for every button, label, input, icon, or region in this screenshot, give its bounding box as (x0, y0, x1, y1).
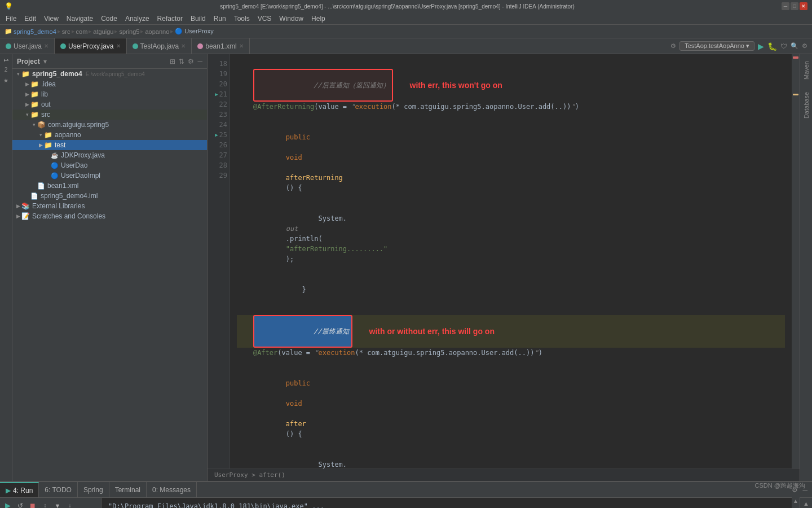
menu-code[interactable]: Code (98, 14, 121, 24)
menu-run[interactable]: Run (210, 14, 230, 24)
toolbar-settings-icon[interactable]: ⚙ (670, 42, 676, 50)
code-line-24 (237, 305, 785, 315)
sidebar-dropdown-icon[interactable]: ▾ (43, 58, 47, 65)
line-num-23: 23 (210, 110, 227, 120)
breadcrumb-aopanno[interactable]: aopanno (145, 28, 169, 35)
tree-item-out[interactable]: ▶ 📁 out (12, 99, 207, 110)
tab-bean1-xml[interactable]: bean1.xml ✕ (192, 38, 249, 54)
tree-item-external-libs[interactable]: ▶ 📚 External Libraries (12, 201, 207, 211)
tab-user-java[interactable]: User.java ✕ (0, 38, 55, 54)
tree-item-lib[interactable]: ▶ 📁 lib (12, 89, 207, 99)
menu-navigate[interactable]: Navigate (63, 14, 96, 24)
project-icon: 📁 (5, 28, 12, 35)
code-line-26: @After (value = " execution (* com.atgui… (237, 348, 785, 358)
code-breadcrumb: UserProxy > after() (208, 468, 800, 481)
tree-item-userdaoimpl[interactable]: 🔵 UserDaoImpl (12, 170, 207, 181)
tab-run[interactable]: ▶ 4: Run (0, 482, 39, 497)
tab-spring[interactable]: Spring (78, 482, 109, 497)
output-line-1: "D:\Program Files\Java\jdk1.8.0_181\bin\… (108, 501, 793, 508)
right-sidebar-database[interactable]: Database (803, 87, 810, 123)
breadcrumb-src[interactable]: src (62, 28, 70, 35)
settings-gear-icon[interactable]: ⚙ (802, 42, 807, 50)
line-num-25: ▶25 (210, 130, 227, 140)
breadcrumb-project[interactable]: spring5_demo4 (14, 28, 56, 35)
activity-favorites[interactable]: ★ (3, 77, 8, 84)
run-config-dropdown[interactable]: TestAop.testAopAnno ▾ (679, 41, 754, 51)
menu-edit[interactable]: Edit (21, 14, 39, 24)
code-line-27: public void after () { (237, 358, 785, 449)
menu-analyze[interactable]: Analyze (122, 14, 153, 24)
breadcrumb-atguigu[interactable]: atguigu (93, 28, 113, 35)
code-line-28: System. out .println( "after........." )… (237, 449, 785, 468)
tab-terminal[interactable]: Terminal (109, 482, 147, 497)
tab-todo[interactable]: 6: TODO (39, 482, 78, 497)
run-button[interactable]: ▶ (758, 42, 764, 51)
tree-item-aopanno[interactable]: ▾ 📁 aopanno (12, 130, 207, 140)
menu-window[interactable]: Window (276, 14, 307, 24)
tree-item-scratches[interactable]: ▶ 📝 Scratches and Consoles (12, 211, 207, 221)
run-play-button[interactable]: ▶ (2, 500, 14, 509)
tree-item-package[interactable]: ▾ 📦 com.atguigu.spring5 (12, 120, 207, 130)
code-content[interactable]: //后置通知（返回通知） with err, this won't go on … (230, 54, 792, 468)
tree-item-test[interactable]: ▶ 📁 test (12, 140, 207, 150)
tree-item-iml[interactable]: 📄 spring5_demo4.iml (12, 191, 207, 201)
tree-item-idea[interactable]: ▶ 📁 .idea (12, 79, 207, 89)
title-bar-text: spring5_demo4 [E:\work\spring5_demo4] - … (13, 3, 782, 10)
sidebar-title: Project (17, 58, 40, 65)
menu-help[interactable]: Help (308, 14, 329, 24)
tree-item-root[interactable]: ▾ 📁 spring5_demo4 E:\work\spring5_demo4 (12, 69, 207, 79)
menu-build[interactable]: Build (187, 14, 209, 24)
app-icon: 💡 (5, 2, 13, 10)
run-output[interactable]: "D:\Program Files\Java\jdk1.8.0_181\bin\… (102, 498, 800, 508)
scroll-up-button[interactable]: ▲ (792, 498, 800, 505)
tab-messages[interactable]: 0: Messages (147, 482, 197, 497)
menu-tools[interactable]: Tools (231, 14, 253, 24)
close-button[interactable]: ✕ (800, 2, 807, 10)
search-button[interactable]: 🔍 (791, 42, 798, 50)
tab-userproxy-java[interactable]: UserProxy.java ✕ (55, 38, 126, 54)
line-num-20: 20 (210, 79, 227, 89)
menu-file[interactable]: File (2, 14, 20, 24)
tree-item-userdao[interactable]: 🔵 UserDao (12, 160, 207, 170)
sidebar-sort-icon[interactable]: ⇅ (179, 58, 184, 65)
sidebar-gear-icon[interactable]: ⚙ (188, 58, 194, 65)
line-num-29: 29 (210, 170, 227, 181)
annotation-line19-note: with err, this won't go on (410, 80, 502, 90)
run-scroll-button[interactable]: ↓ (64, 500, 76, 509)
line-num-18: 18 (210, 59, 227, 69)
minimize-button[interactable]: ─ (782, 2, 789, 10)
breadcrumb-com[interactable]: com (76, 28, 88, 35)
run-stop-button[interactable]: ⏹ (27, 500, 38, 509)
sidebar-collapse-icon[interactable]: ⊞ (170, 58, 175, 65)
activity-project[interactable]: 1 (3, 59, 9, 62)
line-num-24: 24 (210, 120, 227, 130)
menu-vcs[interactable]: VCS (254, 14, 275, 24)
run-rerun-button[interactable]: ↺ (15, 500, 26, 509)
breadcrumb-spring5[interactable]: spring5 (119, 28, 139, 35)
run-sort-button[interactable]: ↕ (39, 500, 51, 509)
tree-item-jdkproxy[interactable]: ☕ JDKProxy.java (12, 150, 207, 160)
line-num-21: ▶21 (210, 89, 227, 99)
code-line-20: @AfterReturning (value = " execution (* … (237, 102, 785, 112)
output-up-icon[interactable]: ▲ (803, 500, 809, 507)
code-line-22: System. out .println( "afterReturning...… (237, 203, 785, 274)
breadcrumb-userproxy[interactable]: 🔵 UserProxy (175, 28, 213, 35)
menu-view[interactable]: View (41, 14, 62, 24)
tree-item-src[interactable]: ▾ 📁 src (12, 110, 207, 120)
debug-button[interactable]: 🐛 (767, 42, 777, 51)
code-line-18 (237, 59, 785, 69)
sidebar-close-icon[interactable]: ─ (197, 58, 202, 65)
right-sidebar-maven[interactable]: Maven (803, 56, 810, 84)
tab-testaop-java[interactable]: TestAop.java ✕ (127, 38, 192, 54)
tree-item-bean1-xml[interactable]: 📄 bean1.xml (12, 181, 207, 191)
activity-structure[interactable]: 2 (5, 67, 8, 73)
run-next-fail-button[interactable]: ▼ (52, 500, 63, 509)
watermark: CSDN @跨越海沟 (755, 481, 805, 490)
maximize-button[interactable]: □ (791, 2, 798, 10)
code-line-21: public void afterReturning () { (237, 112, 785, 203)
line-num-27: 27 (210, 150, 227, 160)
menu-refactor[interactable]: Refactor (154, 14, 186, 24)
code-line-23: } (237, 274, 785, 305)
coverage-button[interactable]: 🛡 (780, 42, 787, 50)
annotation-line25-note: with or without err, this will go on (369, 326, 495, 336)
